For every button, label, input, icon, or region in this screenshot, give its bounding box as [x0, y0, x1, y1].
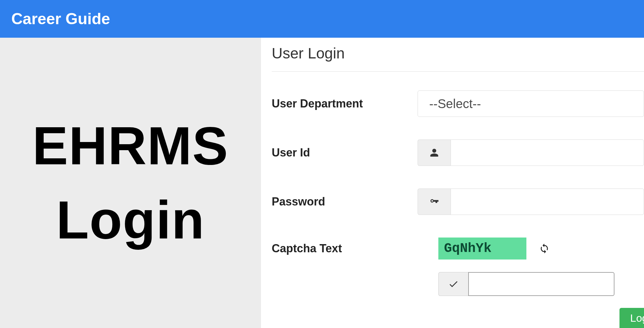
select-department[interactable]: --Select-- — [418, 90, 644, 117]
login-form-panel: User Login User Department --Select-- Us… — [261, 38, 644, 328]
login-button[interactable]: Login — [619, 308, 644, 328]
label-department: User Department — [272, 97, 418, 110]
key-icon — [418, 189, 451, 215]
label-userid: User Id — [272, 146, 418, 159]
left-title-line2: Login — [56, 189, 205, 251]
form-title: User Login — [272, 45, 644, 62]
label-captcha: Captcha Text — [272, 242, 438, 255]
captcha-image: GqNhYk — [438, 238, 526, 260]
top-header: Career Guide — [0, 0, 644, 38]
row-password: Password — [272, 189, 644, 215]
input-password[interactable] — [451, 189, 644, 215]
left-title-line1: EHRMS — [32, 115, 229, 177]
divider — [272, 71, 644, 72]
left-panel: EHRMS Login — [0, 38, 261, 328]
check-icon — [438, 272, 468, 296]
row-department: User Department --Select-- — [272, 90, 644, 117]
input-userid[interactable] — [451, 139, 644, 166]
captcha-input-group — [438, 272, 614, 296]
row-userid: User Id — [272, 139, 644, 166]
header-title: Career Guide — [11, 10, 110, 28]
select-department-value: --Select-- — [429, 97, 481, 111]
refresh-captcha-icon[interactable] — [539, 243, 550, 254]
button-row: Login Forgot Passw — [619, 308, 644, 328]
content-area: EHRMS Login User Login User Department -… — [0, 38, 644, 328]
input-captcha[interactable] — [468, 272, 614, 296]
user-icon — [418, 139, 451, 166]
row-captcha: Captcha Text GqNhYk — [272, 238, 644, 260]
label-password: Password — [272, 195, 418, 208]
